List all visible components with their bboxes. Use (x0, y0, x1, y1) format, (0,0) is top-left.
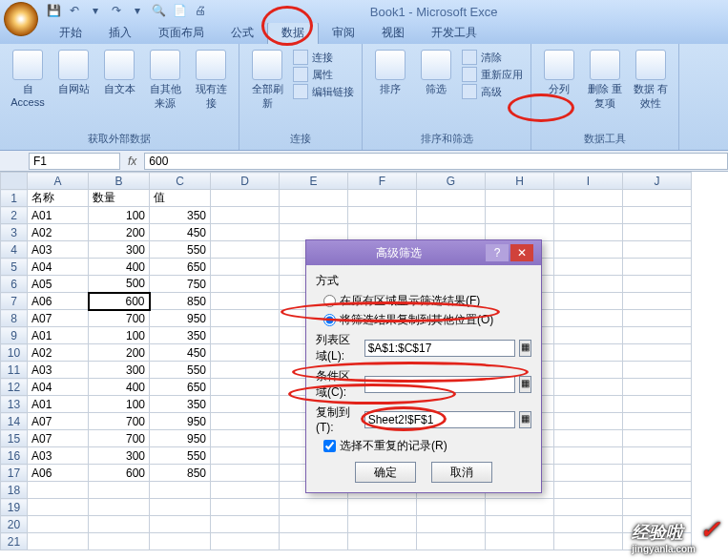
btn-refresh-all[interactable]: 全部刷新 (247, 50, 287, 111)
cell[interactable] (211, 516, 280, 533)
formula-input[interactable]: 600 (144, 153, 728, 170)
redo-icon[interactable]: ↷ (109, 4, 124, 19)
cell[interactable]: A03 (28, 241, 89, 259)
btn-clear[interactable]: 清除 (462, 50, 523, 65)
cell[interactable] (623, 259, 692, 276)
cell[interactable] (211, 344, 280, 362)
ok-button[interactable]: 确定 (355, 462, 416, 483)
row-header[interactable]: 16 (1, 447, 28, 465)
btn-connections[interactable]: 连接 (293, 50, 354, 65)
cell[interactable]: 100 (89, 396, 150, 413)
cancel-button[interactable]: 取消 (431, 462, 492, 483)
cell[interactable] (211, 447, 280, 465)
cell[interactable] (623, 224, 692, 241)
cell[interactable] (554, 482, 623, 499)
cell[interactable] (348, 190, 417, 207)
cell[interactable] (554, 310, 623, 327)
cell[interactable] (554, 447, 623, 465)
cell[interactable]: A03 (28, 362, 89, 379)
cell[interactable]: A07 (28, 430, 89, 447)
criteria-range-input[interactable] (364, 376, 515, 393)
name-box[interactable]: F1 (29, 153, 120, 170)
btn-existing-conn[interactable]: 现有连接 (191, 50, 231, 111)
cell[interactable]: 400 (89, 379, 150, 396)
cell[interactable] (623, 396, 692, 413)
col-header[interactable]: B (89, 173, 150, 190)
cell[interactable] (554, 430, 623, 447)
cell[interactable] (623, 241, 692, 259)
cell[interactable]: 450 (150, 224, 211, 241)
cell[interactable] (280, 533, 348, 550)
btn-text-to-columns[interactable]: 分列 (539, 50, 579, 96)
office-orb[interactable] (4, 2, 38, 36)
cell[interactable]: A06 (28, 293, 89, 310)
btn-sort[interactable]: 排序 (370, 50, 410, 96)
row-header[interactable]: 5 (1, 259, 28, 276)
cell[interactable]: A05 (28, 276, 89, 293)
cell[interactable] (554, 533, 623, 550)
row-header[interactable]: 12 (1, 379, 28, 396)
select-all-corner[interactable] (1, 173, 28, 190)
cell[interactable]: 700 (89, 413, 150, 430)
cell[interactable] (554, 207, 623, 224)
cell[interactable] (89, 482, 150, 499)
row-header[interactable]: 14 (1, 413, 28, 430)
cell[interactable] (623, 413, 692, 430)
radio-copy-to[interactable]: 将筛选结果复制到其他位置(O) (323, 312, 531, 328)
cell[interactable] (623, 379, 692, 396)
cell[interactable]: 850 (150, 293, 211, 310)
cell[interactable] (417, 499, 486, 516)
cell[interactable] (554, 379, 623, 396)
cell[interactable] (280, 207, 348, 224)
row-header[interactable]: 11 (1, 362, 28, 379)
cell[interactable]: 950 (150, 413, 211, 430)
row-header[interactable]: 10 (1, 344, 28, 362)
cell[interactable] (623, 447, 692, 465)
cell[interactable] (623, 482, 692, 499)
row-header[interactable]: 4 (1, 241, 28, 259)
cell[interactable] (211, 499, 280, 516)
cell[interactable] (28, 533, 89, 550)
row-header[interactable]: 2 (1, 207, 28, 224)
tool2-icon[interactable]: 📄 (172, 4, 187, 19)
cell[interactable] (28, 499, 89, 516)
cell[interactable] (211, 362, 280, 379)
ref-picker-icon[interactable]: ▦ (519, 376, 531, 393)
cell[interactable] (554, 293, 623, 310)
btn-properties[interactable]: 属性 (293, 67, 354, 82)
cell[interactable]: 350 (150, 327, 211, 344)
tab-insert[interactable]: 插入 (95, 22, 145, 44)
cell[interactable]: A07 (28, 310, 89, 327)
cell[interactable]: A01 (28, 396, 89, 413)
btn-from-access[interactable]: 自 Access (8, 50, 48, 108)
cell[interactable] (348, 533, 417, 550)
cell[interactable]: 500 (89, 276, 150, 293)
cell[interactable] (211, 430, 280, 447)
cell[interactable]: 850 (150, 465, 211, 482)
cell[interactable] (211, 241, 280, 259)
btn-data-validation[interactable]: 数据 有效性 (631, 50, 671, 111)
cell[interactable] (486, 207, 554, 224)
cell[interactable] (28, 482, 89, 499)
cell[interactable] (554, 516, 623, 533)
cell[interactable] (623, 276, 692, 293)
tab-home[interactable]: 开始 (46, 22, 95, 44)
cell[interactable] (150, 516, 211, 533)
cell[interactable] (211, 413, 280, 430)
cell[interactable] (417, 533, 486, 550)
close-button[interactable]: ✕ (510, 244, 533, 261)
cell[interactable] (623, 344, 692, 362)
cell[interactable] (89, 533, 150, 550)
cell[interactable]: 450 (150, 344, 211, 362)
ref-picker-icon[interactable]: ▦ (519, 411, 531, 428)
cell[interactable] (554, 362, 623, 379)
row-header[interactable]: 7 (1, 293, 28, 310)
cell[interactable] (554, 276, 623, 293)
undo-icon[interactable]: ↶ (67, 4, 82, 19)
cell[interactable]: 300 (89, 447, 150, 465)
cell[interactable] (150, 499, 211, 516)
cell[interactable] (280, 224, 348, 241)
col-header[interactable]: A (28, 173, 89, 190)
cell[interactable] (211, 379, 280, 396)
col-header[interactable]: C (150, 173, 211, 190)
